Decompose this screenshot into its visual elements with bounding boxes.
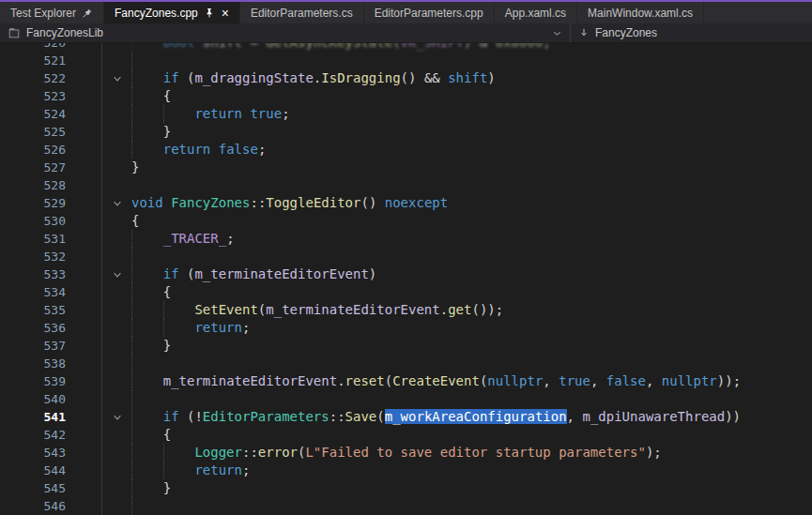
close-icon[interactable]: × xyxy=(222,7,229,20)
outline-margin[interactable] xyxy=(101,408,131,426)
indent-guide xyxy=(131,141,163,159)
code-line-content[interactable] xyxy=(131,248,812,265)
outline-margin[interactable] xyxy=(101,265,131,283)
code-line-content[interactable]: { xyxy=(131,87,812,105)
tab-mainwindow-xaml-cs[interactable]: MainWindow.xaml.cs xyxy=(577,2,704,23)
tab-editorparameters-cpp[interactable]: EditorParameters.cpp xyxy=(364,2,495,23)
code-line-content[interactable]: { xyxy=(131,283,812,301)
glyph-margin[interactable] xyxy=(66,230,101,248)
glyph-margin[interactable] xyxy=(66,159,101,176)
glyph-margin[interactable] xyxy=(66,43,101,52)
code-token: get xyxy=(448,302,471,317)
code-line-content[interactable] xyxy=(131,176,812,194)
code-line-content[interactable]: } xyxy=(131,123,812,141)
glyph-margin[interactable] xyxy=(66,248,101,265)
code-line-content[interactable]: { xyxy=(131,426,812,444)
code-line-content[interactable]: if (m_draggingState.IsDragging() && shif… xyxy=(131,69,812,87)
vs-window: Test Explorer FancyZones.cpp×EditorParam… xyxy=(0,0,812,515)
code-line-content[interactable]: return false; xyxy=(131,141,812,159)
glyph-margin[interactable] xyxy=(66,426,101,444)
glyph-margin[interactable] xyxy=(66,462,101,479)
line-number: 543 xyxy=(0,444,66,462)
code-line-content[interactable] xyxy=(131,390,812,408)
glyph-margin[interactable] xyxy=(66,337,101,355)
code-line-content[interactable]: SetEvent(m_terminateEditorEvent.get()); xyxy=(131,301,812,319)
tab-app-xaml-cs[interactable]: App.xaml.cs xyxy=(495,2,577,23)
project-name: FancyZonesLib xyxy=(26,26,103,39)
pin-icon[interactable] xyxy=(82,8,93,19)
collapse-arrow-icon[interactable] xyxy=(112,73,123,84)
code-token: } xyxy=(163,480,171,495)
indent-guide xyxy=(131,497,163,515)
glyph-margin[interactable] xyxy=(66,105,101,123)
collapse-arrow-icon[interactable] xyxy=(112,198,123,209)
code-line-content[interactable]: } xyxy=(131,159,812,176)
chevron-down-icon[interactable] xyxy=(552,28,562,38)
code-line-content[interactable]: Logger::error(L"Failed to save editor st… xyxy=(131,444,812,462)
code-token: )); xyxy=(717,373,741,388)
collapse-arrow-icon[interactable] xyxy=(112,412,123,423)
glyph-margin[interactable] xyxy=(66,123,101,141)
code-line-content[interactable] xyxy=(131,497,812,515)
code-token: 0x8000 xyxy=(496,43,544,50)
collapse-arrow-icon[interactable] xyxy=(112,269,123,280)
tab-editorparameters-cs[interactable]: EditorParameters.cs xyxy=(240,2,364,23)
glyph-margin[interactable] xyxy=(66,265,101,283)
code-line-content[interactable]: { xyxy=(131,212,812,230)
glyph-margin[interactable] xyxy=(66,283,101,301)
glyph-margin[interactable] xyxy=(66,408,101,426)
code-editor[interactable]: 520bool shift = GetAsyncKeyState(VK_SHIF… xyxy=(0,43,812,515)
outline-margin xyxy=(101,176,131,194)
code-line-content[interactable]: } xyxy=(131,337,812,355)
code-line-content[interactable]: if (!EditorParameters::Save(m_workAreaCo… xyxy=(131,408,812,426)
glyph-margin[interactable] xyxy=(66,444,101,462)
code-line-content[interactable] xyxy=(131,52,812,69)
line-number: 525 xyxy=(0,123,66,141)
pin-icon[interactable] xyxy=(204,8,215,19)
code-line-content[interactable]: bool shift = GetAsyncKeyState(VK_SHIFT) … xyxy=(131,43,812,52)
glyph-margin[interactable] xyxy=(66,390,101,408)
code-lines: 520bool shift = GetAsyncKeyState(VK_SHIF… xyxy=(0,43,812,515)
outline-margin xyxy=(101,212,131,230)
code-line-content[interactable]: m_terminateEditorEvent.reset(CreateEvent… xyxy=(131,372,812,390)
glyph-margin[interactable] xyxy=(66,372,101,390)
code-token: , xyxy=(590,373,606,388)
code-line-content[interactable]: return; xyxy=(131,319,812,337)
code-line-content[interactable]: _TRACER_; xyxy=(131,230,812,248)
code-token: } xyxy=(163,124,171,139)
glyph-margin[interactable] xyxy=(66,141,101,159)
code-token: shift = xyxy=(194,43,266,50)
code-token: { xyxy=(163,284,171,299)
outline-margin xyxy=(101,462,131,479)
tab-fancyzones-cpp[interactable]: FancyZones.cpp× xyxy=(104,2,240,23)
glyph-margin[interactable] xyxy=(66,212,101,230)
code-token: FancyZones xyxy=(171,195,250,210)
glyph-margin[interactable] xyxy=(66,301,101,319)
document-tabs: FancyZones.cpp×EditorParameters.csEditor… xyxy=(104,2,704,23)
glyph-margin[interactable] xyxy=(66,194,101,212)
outline-margin[interactable] xyxy=(101,194,131,212)
code-token: { xyxy=(163,427,171,442)
code-line-content[interactable] xyxy=(131,355,812,372)
glyph-margin[interactable] xyxy=(66,479,101,497)
code-token: return xyxy=(194,320,242,335)
glyph-margin[interactable] xyxy=(66,176,101,194)
glyph-margin[interactable] xyxy=(66,87,101,105)
line-number: 531 xyxy=(0,230,66,248)
outline-margin[interactable] xyxy=(101,69,131,87)
scope-dropdown[interactable]: FancyZones xyxy=(570,23,812,42)
glyph-margin[interactable] xyxy=(66,319,101,337)
tab-test-explorer[interactable]: Test Explorer xyxy=(0,2,104,23)
indent-guide xyxy=(131,319,163,337)
glyph-margin[interactable] xyxy=(66,52,101,69)
project-dropdown[interactable]: FancyZonesLib xyxy=(0,23,570,42)
glyph-margin[interactable] xyxy=(66,355,101,372)
line-number: 522 xyxy=(0,69,66,87)
code-line-content[interactable]: return; xyxy=(131,462,812,479)
glyph-margin[interactable] xyxy=(66,69,101,87)
code-line-content[interactable]: if (m_terminateEditorEvent) xyxy=(131,265,812,283)
code-line-content[interactable]: } xyxy=(131,479,812,497)
code-line-content[interactable]: void FancyZones::ToggleEditor() noexcept xyxy=(131,194,812,212)
code-line-content[interactable]: return true; xyxy=(131,105,812,123)
glyph-margin[interactable] xyxy=(66,497,101,515)
